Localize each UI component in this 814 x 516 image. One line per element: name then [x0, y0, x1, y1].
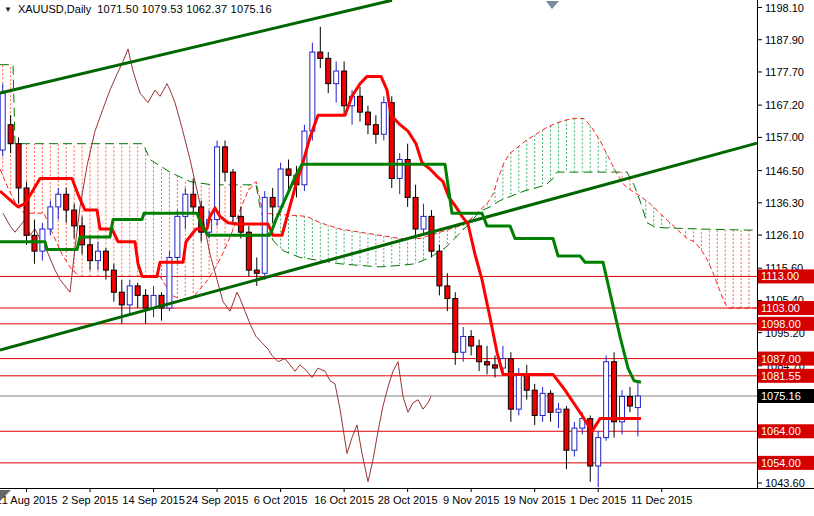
bullish-candle[interactable]: [572, 428, 577, 450]
x-axis-date-label: 9 Nov 2015: [443, 494, 499, 506]
price-level-badge-label: 1087.00: [761, 353, 801, 365]
bearish-candle[interactable]: [413, 197, 418, 229]
x-axis-date-label: 21 Aug 2015: [0, 494, 57, 506]
x-axis-date-label: 6 Oct 2015: [254, 494, 308, 506]
symbol-period-label: XAUUSD,Daily: [18, 3, 91, 15]
bearish-candle[interactable]: [80, 226, 85, 245]
bullish-candle[interactable]: [604, 362, 609, 438]
bullish-candle[interactable]: [516, 374, 521, 409]
x-axis-date-label: 19 Nov 2015: [503, 494, 565, 506]
chart-shift-marker-icon[interactable]: [546, 1, 559, 9]
bearish-candle[interactable]: [548, 393, 553, 412]
bullish-candle[interactable]: [167, 257, 172, 308]
bearish-candle[interactable]: [342, 71, 347, 106]
bullish-candle[interactable]: [334, 71, 339, 84]
x-axis-date-label: 14 Sep 2015: [122, 494, 184, 506]
price-level-badge-label: 1081.55: [761, 370, 801, 382]
bearish-candle[interactable]: [286, 169, 291, 175]
bearish-candle[interactable]: [88, 245, 93, 261]
bearish-candle[interactable]: [477, 346, 482, 362]
price-chart[interactable]: 1198.101187.901177.701167.201157.001146.…: [0, 0, 814, 516]
bullish-candle[interactable]: [540, 393, 545, 415]
bearish-candle[interactable]: [508, 359, 513, 410]
bearish-candle[interactable]: [191, 194, 196, 207]
price-level-badge-label: 1064.00: [761, 425, 801, 437]
x-axis-date-label: 1 Dec 2015: [570, 494, 626, 506]
bullish-candle[interactable]: [56, 194, 61, 207]
mt4-chart-window: 1198.101187.901177.701167.201157.001146.…: [0, 0, 814, 516]
y-axis-tick-label: 1136.30: [765, 197, 804, 209]
bearish-candle[interactable]: [254, 270, 259, 273]
x-axis-date-label: 2 Sep 2015: [62, 494, 118, 506]
bearish-candle[interactable]: [469, 336, 474, 345]
y-axis-tick-label: 1167.20: [765, 99, 804, 111]
bearish-candle[interactable]: [318, 52, 323, 58]
x-axis-date-label: 11 Dec 2015: [631, 494, 693, 506]
bearish-candle[interactable]: [223, 147, 228, 172]
y-axis-tick-label: 1146.50: [765, 165, 804, 177]
bullish-candle[interactable]: [635, 396, 640, 408]
bullish-candle[interactable]: [40, 229, 45, 251]
price-level-badge-label: 1098.00: [761, 318, 801, 330]
bearish-candle[interactable]: [64, 194, 69, 210]
bullish-candle[interactable]: [310, 52, 315, 131]
bullish-candle[interactable]: [596, 438, 601, 466]
bearish-candle[interactable]: [485, 362, 490, 365]
bearish-candle[interactable]: [111, 270, 116, 292]
bearish-candle[interactable]: [8, 125, 13, 144]
bearish-candle[interactable]: [326, 58, 331, 83]
bullish-candle[interactable]: [461, 336, 466, 352]
bearish-candle[interactable]: [365, 112, 370, 125]
bearish-candle[interactable]: [24, 188, 29, 235]
bearish-candle[interactable]: [16, 144, 21, 188]
bearish-candle[interactable]: [230, 172, 235, 216]
price-level-badge-label: 1054.00: [761, 457, 801, 469]
bearish-candle[interactable]: [135, 286, 140, 295]
bullish-candle[interactable]: [0, 93, 5, 150]
bullish-candle[interactable]: [381, 103, 386, 135]
bearish-candle[interactable]: [373, 125, 378, 134]
bearish-candle[interactable]: [532, 390, 537, 415]
bullish-candle[interactable]: [556, 409, 561, 412]
bearish-candle[interactable]: [143, 295, 148, 308]
x-axis-date-label: 16 Oct 2015: [314, 494, 374, 506]
open-value: 1071.50: [97, 3, 138, 15]
bearish-candle[interactable]: [103, 251, 108, 270]
bearish-candle[interactable]: [492, 365, 497, 368]
bearish-candle[interactable]: [358, 96, 363, 112]
y-axis-tick-label: 1043.60: [765, 477, 805, 489]
bullish-candle[interactable]: [397, 160, 402, 179]
y-axis-tick-label: 1198.10: [765, 2, 804, 14]
bearish-candle[interactable]: [32, 235, 37, 251]
bullish-candle[interactable]: [278, 169, 283, 207]
bearish-candle[interactable]: [246, 232, 251, 270]
bullish-candle[interactable]: [127, 286, 132, 305]
bullish-candle[interactable]: [48, 207, 53, 229]
bearish-candle[interactable]: [437, 251, 442, 286]
x-axis-date-label: 28 Oct 2015: [378, 494, 438, 506]
chart-header: ▼ XAUUSD,Daily 1071.50 1079.53 1062.37 1…: [4, 3, 272, 15]
bullish-candle[interactable]: [95, 251, 100, 260]
bearish-candle[interactable]: [627, 397, 632, 406]
bearish-candle[interactable]: [445, 286, 450, 299]
quick-trade-collapse-icon[interactable]: ▼: [4, 5, 12, 14]
bearish-candle[interactable]: [119, 292, 124, 305]
senkou-span-b-line: [0, 65, 757, 267]
bullish-candle[interactable]: [421, 216, 426, 229]
bearish-candle[interactable]: [453, 299, 458, 353]
bearish-candle[interactable]: [612, 362, 617, 422]
y-axis-tick-label: 1187.90: [765, 34, 804, 46]
bearish-candle[interactable]: [564, 409, 569, 450]
high-value: 1079.53: [142, 3, 183, 15]
price-level-badge-label: 1113.00: [761, 270, 799, 282]
bearish-candle[interactable]: [72, 210, 77, 226]
bearish-candle[interactable]: [270, 197, 275, 206]
kijun-sen-line: [0, 164, 641, 382]
low-value: 1062.37: [186, 3, 227, 15]
y-axis-tick-label: 1177.70: [765, 66, 804, 78]
x-axis-date-label: 24 Sep 2015: [186, 494, 248, 506]
price-level-badge-label: 1075.16: [761, 390, 801, 402]
close-value: 1075.16: [231, 3, 272, 15]
bearish-candle[interactable]: [524, 374, 529, 390]
bullish-candle[interactable]: [175, 216, 180, 257]
